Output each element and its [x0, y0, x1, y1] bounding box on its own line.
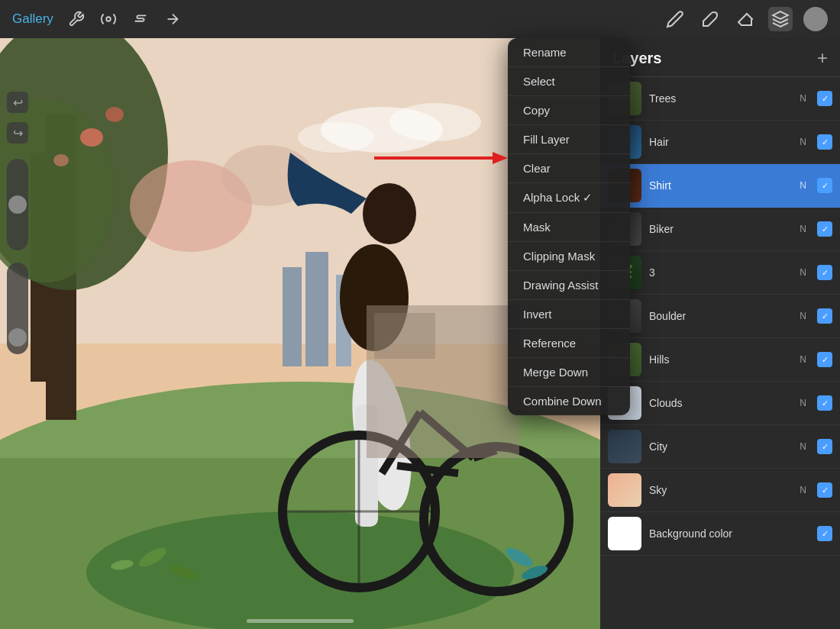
layer-right-biker: N✓ [800, 221, 832, 237]
layer-info-boulder: Boulder [649, 309, 792, 323]
context-menu-item-rename[interactable]: Rename [508, 38, 630, 67]
layer-item-sky[interactable]: SkyN✓ [600, 469, 840, 512]
layer-item-biker[interactable]: BikerN✓ [600, 208, 840, 251]
layer-item-clouds[interactable]: CloudsN✓ [600, 382, 840, 425]
eraser-tool[interactable] [733, 7, 758, 31]
layer-item-boulder[interactable]: BoulderN✓ [600, 295, 840, 338]
layer-checkbox-group3[interactable]: ✓ [817, 265, 832, 280]
svg-point-40 [389, 103, 481, 141]
layer-item-hills[interactable]: HillsN✓ [600, 338, 840, 382]
context-menu-item-clear[interactable]: Clear [508, 154, 630, 183]
layer-name-hills: Hills [649, 353, 669, 366]
wrench-icon[interactable] [66, 8, 87, 30]
layer-checkbox-trees[interactable]: ✓ [817, 91, 832, 106]
svg-marker-2 [773, 11, 788, 19]
layer-info-hair: Hair [649, 135, 792, 149]
layer-item-hair[interactable]: HairN✓ [600, 121, 840, 164]
context-menu-label-combine-down: Combine Down [523, 395, 602, 408]
context-menu-label-copy: Copy [523, 104, 550, 117]
layer-checkbox-sky[interactable]: ✓ [817, 482, 832, 498]
home-indicator [247, 619, 354, 623]
check-icon-shirt: ✓ [822, 181, 829, 191]
layer-info-trees: Trees [649, 92, 792, 105]
check-icon-hills: ✓ [822, 355, 829, 365]
svg-point-0 [106, 17, 111, 21]
layer-checkbox-hair[interactable]: ✓ [817, 134, 832, 150]
undo-button[interactable]: ↩ [7, 92, 28, 113]
check-icon-trees: ✓ [822, 94, 829, 104]
brush-tool[interactable] [698, 7, 722, 31]
layer-mode-boulder: N [800, 311, 806, 321]
layer-checkbox-hills[interactable]: ✓ [817, 352, 832, 367]
avatar[interactable] [803, 7, 828, 31]
layer-checkbox-boulder[interactable]: ✓ [817, 308, 832, 324]
pen-tool[interactable] [663, 7, 687, 31]
layer-item-shirt[interactable]: ShirtN✓ [600, 164, 840, 208]
layer-right-group3: N✓ [800, 265, 832, 280]
context-menu-label-drawing-assist: Drawing Assist [523, 279, 598, 292]
opacity-handle[interactable] [8, 195, 27, 214]
context-menu-item-mask[interactable]: Mask [508, 213, 630, 242]
context-menu-label-clipping-mask: Clipping Mask [523, 250, 595, 263]
layer-mode-trees: N [800, 93, 806, 104]
context-menu-label-reference: Reference [523, 337, 576, 350]
layer-checkbox-biker[interactable]: ✓ [817, 221, 832, 237]
context-menu-item-fill-layer[interactable]: Fill Layer [508, 125, 630, 154]
layer-name-background-color: Background color [649, 527, 732, 540]
layer-mode-shirt: N [800, 180, 806, 191]
context-menu-item-clipping-mask[interactable]: Clipping Mask [508, 242, 630, 271]
layer-name-hair: Hair [649, 136, 669, 148]
check-icon-city: ✓ [822, 442, 829, 452]
layer-right-city: N✓ [800, 439, 832, 454]
layer-info-city: City [649, 440, 792, 453]
layer-info-group3: 3 [649, 266, 792, 279]
layer-checkbox-clouds[interactable]: ✓ [817, 395, 832, 411]
toolbar-left: Gallery [12, 8, 183, 30]
context-menu-item-select[interactable]: Select [508, 67, 630, 96]
left-tools: ↩ ↪ [0, 76, 35, 629]
layer-right-boulder: N✓ [800, 308, 832, 324]
arrow-icon[interactable] [162, 8, 183, 30]
layers-tool[interactable] [768, 7, 793, 31]
layer-mode-hills: N [800, 354, 806, 365]
check-icon-boulder: ✓ [822, 311, 829, 321]
context-menu-item-reference[interactable]: Reference [508, 329, 630, 358]
layer-thumb-background-color [608, 517, 641, 550]
context-menu-item-invert[interactable]: Invert [508, 300, 630, 329]
size-handle[interactable] [8, 328, 27, 347]
s-tool-icon[interactable] [130, 8, 151, 30]
layer-checkbox-shirt[interactable]: ✓ [817, 178, 832, 193]
size-slider[interactable] [7, 263, 28, 354]
layer-thumb-sky [608, 473, 641, 507]
svg-rect-14 [283, 267, 302, 366]
context-menu-item-alpha-lock[interactable]: Alpha Lock ✓ [508, 183, 630, 213]
context-menu: RenameSelectCopyFill LayerClearAlpha Loc… [508, 38, 630, 415]
gallery-button[interactable]: Gallery [12, 11, 53, 27]
layer-item-group3[interactable]: 🌿3N✓ [600, 251, 840, 295]
bottom-bar [0, 619, 600, 623]
layer-item-background-color[interactable]: Background color✓ [600, 512, 840, 556]
context-menu-item-combine-down[interactable]: Combine Down [508, 387, 630, 415]
check-icon-background-color: ✓ [822, 529, 829, 539]
redo-button[interactable]: ↪ [7, 122, 28, 144]
layer-info-hills: Hills [649, 353, 792, 366]
context-menu-item-merge-down[interactable]: Merge Down [508, 358, 630, 387]
context-menu-label-clear: Clear [523, 162, 551, 175]
layer-info-clouds: Clouds [649, 396, 792, 410]
context-menu-item-copy[interactable]: Copy [508, 96, 630, 125]
context-menu-item-drawing-assist[interactable]: Drawing Assist [508, 271, 630, 300]
layer-right-hills: N✓ [800, 352, 832, 367]
layer-name-group3: 3 [649, 266, 655, 279]
adjust-icon[interactable] [98, 8, 119, 30]
layer-item-trees[interactable]: TreesN✓ [600, 77, 840, 121]
svg-rect-38 [374, 313, 435, 359]
layer-checkbox-background-color[interactable]: ✓ [817, 526, 832, 541]
layer-right-background-color: ✓ [817, 526, 832, 541]
layer-checkbox-city[interactable]: ✓ [817, 439, 832, 454]
layer-right-clouds: N✓ [800, 395, 832, 411]
layer-info-biker: Biker [649, 222, 792, 236]
layer-mode-hair: N [800, 137, 806, 147]
opacity-slider[interactable] [7, 159, 28, 250]
layer-item-city[interactable]: CityN✓ [600, 425, 840, 469]
layers-add-button[interactable]: + [817, 49, 828, 67]
